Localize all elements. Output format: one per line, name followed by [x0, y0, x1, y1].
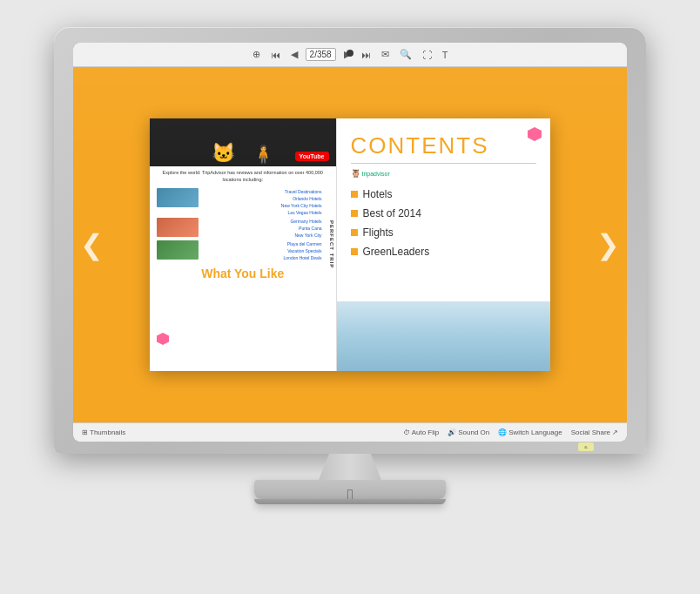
bullet-greenleaders [351, 248, 358, 255]
contents-list: Hotels Best of 2014 Flights [351, 188, 537, 258]
contents-label-greenleaders: GreenLeaders [363, 246, 430, 258]
contents-item-bestof2014[interactable]: Best of 2014 [351, 207, 537, 219]
contents-label-flights: Flights [363, 226, 394, 239]
ta-owl-icon: 🦉 [351, 169, 360, 178]
search-icon[interactable]: 🔍 [397, 48, 414, 61]
bottom-right: ⏱ Auto Flip 🔊 Sound On 🌐 Switch Language [403, 429, 618, 436]
figures: 🐱 🧍 [194, 121, 292, 165]
person-figure: 🧍 [252, 144, 274, 165]
prev-page-arrow[interactable]: ❮ [80, 231, 104, 259]
social-label: Social Share [571, 429, 610, 436]
link-vegas[interactable]: Las Vegas Hotels [207, 209, 322, 216]
contents-item-greenleaders[interactable]: GreenLeaders [351, 246, 537, 258]
thumbnails-label: Thumbnails [90, 429, 125, 436]
bullet-flights [351, 229, 358, 236]
link-punta[interactable]: Punta Cana [207, 225, 322, 232]
body-text: Explore the world: TripAdvisor has revie… [150, 166, 336, 186]
monitor-wrapper: ⊕ ⏮ ◀ 2/358 ▶ ⏭ ✉ 🔍 ⛶ T ❮ ❯ [45, 27, 655, 567]
image-grid: Travel Destinations Orlando Hotels New Y… [150, 186, 336, 263]
page-right: CONTENTS 🦉 tripadvisor Hotels [337, 118, 551, 371]
prev-page-icon[interactable]: ◀ [288, 48, 300, 61]
monitor-body: ⊕ ⏮ ◀ 2/358 ▶ ⏭ ✉ 🔍 ⛶ T ❮ ❯ [54, 27, 646, 454]
monitor-base-bottom [254, 499, 446, 504]
link-orlando[interactable]: Orlando Hotels [207, 195, 322, 202]
tripadvisor-logo: 🦉 tripadvisor [351, 169, 537, 178]
youtube-badge: YouTube [295, 152, 329, 161]
monitor-bezel: ⊕ ⏮ ◀ 2/358 ▶ ⏭ ✉ 🔍 ⛶ T ❮ ❯ [73, 43, 627, 442]
contents-item-hotels[interactable]: Hotels [351, 188, 537, 200]
thumbnail-2 [157, 218, 199, 237]
link-nyc2[interactable]: New York City [207, 232, 322, 239]
bullet-bestof2014 [351, 210, 358, 217]
thumbnail-1 [157, 188, 199, 207]
auto-flip-button[interactable]: ⏱ Auto Flip [403, 429, 440, 436]
mail-icon[interactable]: ✉ [379, 48, 392, 61]
link-playa[interactable]: Playa del Carmen [207, 240, 322, 247]
link-travel[interactable]: Travel Destinations [207, 188, 322, 195]
first-page-icon[interactable]: ⏮ [268, 49, 283, 61]
ocean-decoration [337, 301, 551, 371]
contents-divider [351, 163, 537, 164]
contents-label-hotels: Hotels [363, 188, 393, 200]
contents-item-flights[interactable]: Flights [351, 226, 537, 239]
sticker: i5 [578, 442, 594, 451]
link-vacation[interactable]: Vacation Specials [207, 247, 322, 254]
what-you-like-headline: What You Like [150, 263, 336, 282]
link-germany[interactable]: Germany Hotels [207, 218, 322, 225]
autoflip-label: Auto Flip [412, 429, 440, 436]
bottom-left: ⊞ Thumbnails [82, 429, 125, 436]
language-label: Switch Language [508, 429, 562, 436]
fullscreen-icon[interactable]: ⛶ [420, 49, 434, 61]
page-left: 🐱 🧍 YouTube PERFECT TRIP Explore the wor… [150, 118, 337, 371]
links-list-2: Germany Hotels Punta Cana New York City [200, 218, 329, 239]
page-indicator[interactable]: 2/358 [306, 48, 336, 61]
book-spread: 🐱 🧍 YouTube PERFECT TRIP Explore the wor… [150, 118, 550, 371]
vertical-text: PERFECT TRIP [329, 118, 334, 371]
link-nyc[interactable]: New York City Hotels [207, 202, 322, 209]
contents-title: CONTENTS [351, 132, 537, 159]
last-page-icon[interactable]: ⏭ [359, 49, 374, 61]
hexagon-decoration-left [157, 333, 169, 345]
next-page-arrow[interactable]: ❯ [596, 231, 620, 259]
monitor-neck [315, 454, 385, 480]
thumbnail-3 [157, 240, 199, 260]
sound-icon: 🔊 [448, 429, 456, 436]
link-london[interactable]: London Hotel Deals [207, 254, 322, 261]
screen: ⊕ ⏮ ◀ 2/358 ▶ ⏭ ✉ 🔍 ⛶ T ❮ ❯ [73, 43, 627, 442]
thumbnails-button[interactable]: ⊞ Thumbnails [82, 429, 125, 436]
links-list: Travel Destinations Orlando Hotels New Y… [200, 188, 329, 216]
thumbnails-icon: ⊞ [82, 429, 88, 436]
language-button[interactable]: 🌐 Switch Language [498, 429, 562, 436]
content-area: ❮ ❯ 🐱 🧍 YouTube [73, 67, 627, 422]
webcam-dot [347, 50, 353, 57]
bullet-hotels [351, 191, 358, 198]
bottom-bar: ⊞ Thumbnails ⏱ Auto Flip 🔊 Sound On [73, 422, 627, 442]
share-icon: ↗ [612, 429, 618, 436]
ta-text: tripadvisor [362, 171, 390, 177]
sound-label: Sound On [458, 429, 489, 436]
zoom-in-icon[interactable]: ⊕ [250, 48, 263, 61]
language-icon: 🌐 [498, 429, 507, 436]
text-icon[interactable]: T [440, 49, 451, 61]
sound-button[interactable]: 🔊 Sound On [448, 429, 489, 436]
contents-label-bestof2014: Best of 2014 [363, 207, 421, 219]
page-header-image: 🐱 🧍 YouTube [150, 118, 336, 166]
links-list-3: Playa del Carmen Vacation Specials Londo… [200, 240, 329, 261]
autoflip-icon: ⏱ [403, 429, 410, 436]
monitor-base:  [254, 480, 446, 499]
cat-figure: 🐱 [212, 142, 235, 165]
social-share-button[interactable]: Social Share ↗ [571, 429, 618, 436]
